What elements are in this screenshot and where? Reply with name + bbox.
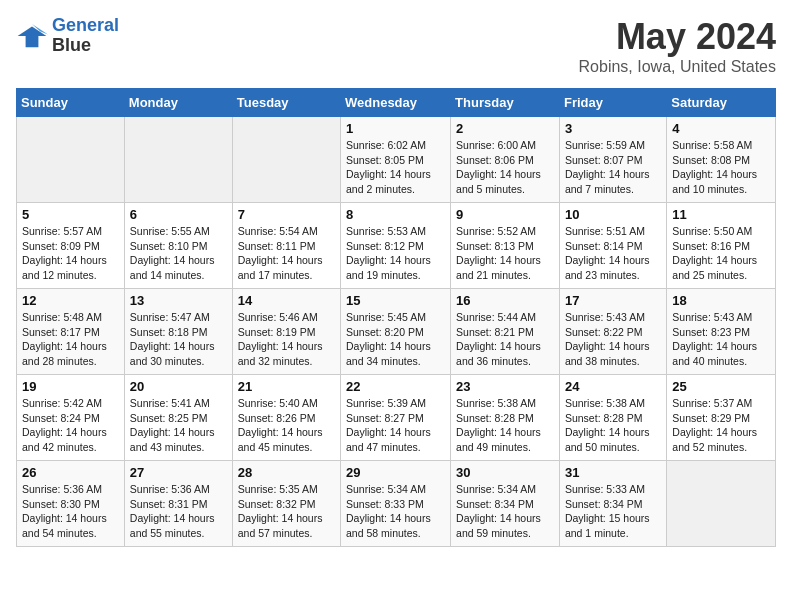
calendar-week-row: 1Sunrise: 6:02 AMSunset: 8:05 PMDaylight… (17, 117, 776, 203)
day-number: 7 (238, 207, 335, 222)
calendar-cell: 19Sunrise: 5:42 AMSunset: 8:24 PMDayligh… (17, 375, 125, 461)
calendar-cell: 29Sunrise: 5:34 AMSunset: 8:33 PMDayligh… (341, 461, 451, 547)
day-number: 9 (456, 207, 554, 222)
title-block: May 2024 Robins, Iowa, United States (579, 16, 776, 76)
logo-text: General Blue (52, 16, 119, 56)
day-info: Sunrise: 5:40 AMSunset: 8:26 PMDaylight:… (238, 396, 335, 455)
calendar-cell: 4Sunrise: 5:58 AMSunset: 8:08 PMDaylight… (667, 117, 776, 203)
calendar-cell: 2Sunrise: 6:00 AMSunset: 8:06 PMDaylight… (451, 117, 560, 203)
weekday-header: Saturday (667, 89, 776, 117)
weekday-header: Friday (559, 89, 666, 117)
calendar-cell: 21Sunrise: 5:40 AMSunset: 8:26 PMDayligh… (232, 375, 340, 461)
calendar-cell: 3Sunrise: 5:59 AMSunset: 8:07 PMDaylight… (559, 117, 666, 203)
calendar-week-row: 5Sunrise: 5:57 AMSunset: 8:09 PMDaylight… (17, 203, 776, 289)
header-row: SundayMondayTuesdayWednesdayThursdayFrid… (17, 89, 776, 117)
day-number: 11 (672, 207, 770, 222)
day-info: Sunrise: 5:54 AMSunset: 8:11 PMDaylight:… (238, 224, 335, 283)
calendar-cell: 18Sunrise: 5:43 AMSunset: 8:23 PMDayligh… (667, 289, 776, 375)
weekday-header: Wednesday (341, 89, 451, 117)
day-info: Sunrise: 5:42 AMSunset: 8:24 PMDaylight:… (22, 396, 119, 455)
svg-marker-0 (18, 26, 47, 47)
calendar-cell: 14Sunrise: 5:46 AMSunset: 8:19 PMDayligh… (232, 289, 340, 375)
day-number: 15 (346, 293, 445, 308)
day-number: 23 (456, 379, 554, 394)
weekday-header: Tuesday (232, 89, 340, 117)
month-title: May 2024 (579, 16, 776, 58)
day-info: Sunrise: 5:45 AMSunset: 8:20 PMDaylight:… (346, 310, 445, 369)
calendar-cell: 6Sunrise: 5:55 AMSunset: 8:10 PMDaylight… (124, 203, 232, 289)
day-info: Sunrise: 5:37 AMSunset: 8:29 PMDaylight:… (672, 396, 770, 455)
day-info: Sunrise: 5:39 AMSunset: 8:27 PMDaylight:… (346, 396, 445, 455)
day-info: Sunrise: 5:48 AMSunset: 8:17 PMDaylight:… (22, 310, 119, 369)
day-info: Sunrise: 5:36 AMSunset: 8:31 PMDaylight:… (130, 482, 227, 541)
day-info: Sunrise: 6:02 AMSunset: 8:05 PMDaylight:… (346, 138, 445, 197)
day-info: Sunrise: 6:00 AMSunset: 8:06 PMDaylight:… (456, 138, 554, 197)
calendar-cell: 8Sunrise: 5:53 AMSunset: 8:12 PMDaylight… (341, 203, 451, 289)
calendar-cell: 27Sunrise: 5:36 AMSunset: 8:31 PMDayligh… (124, 461, 232, 547)
day-number: 18 (672, 293, 770, 308)
weekday-header: Thursday (451, 89, 560, 117)
day-number: 24 (565, 379, 661, 394)
calendar-cell: 1Sunrise: 6:02 AMSunset: 8:05 PMDaylight… (341, 117, 451, 203)
day-number: 3 (565, 121, 661, 136)
day-info: Sunrise: 5:43 AMSunset: 8:23 PMDaylight:… (672, 310, 770, 369)
day-info: Sunrise: 5:36 AMSunset: 8:30 PMDaylight:… (22, 482, 119, 541)
day-info: Sunrise: 5:46 AMSunset: 8:19 PMDaylight:… (238, 310, 335, 369)
day-number: 26 (22, 465, 119, 480)
calendar-cell: 25Sunrise: 5:37 AMSunset: 8:29 PMDayligh… (667, 375, 776, 461)
calendar-cell: 23Sunrise: 5:38 AMSunset: 8:28 PMDayligh… (451, 375, 560, 461)
day-info: Sunrise: 5:38 AMSunset: 8:28 PMDaylight:… (456, 396, 554, 455)
day-info: Sunrise: 5:41 AMSunset: 8:25 PMDaylight:… (130, 396, 227, 455)
calendar-cell: 16Sunrise: 5:44 AMSunset: 8:21 PMDayligh… (451, 289, 560, 375)
day-info: Sunrise: 5:44 AMSunset: 8:21 PMDaylight:… (456, 310, 554, 369)
day-info: Sunrise: 5:38 AMSunset: 8:28 PMDaylight:… (565, 396, 661, 455)
day-info: Sunrise: 5:55 AMSunset: 8:10 PMDaylight:… (130, 224, 227, 283)
day-info: Sunrise: 5:33 AMSunset: 8:34 PMDaylight:… (565, 482, 661, 541)
calendar-cell: 22Sunrise: 5:39 AMSunset: 8:27 PMDayligh… (341, 375, 451, 461)
day-number: 20 (130, 379, 227, 394)
day-info: Sunrise: 5:59 AMSunset: 8:07 PMDaylight:… (565, 138, 661, 197)
logo: General Blue (16, 16, 119, 56)
day-info: Sunrise: 5:34 AMSunset: 8:34 PMDaylight:… (456, 482, 554, 541)
calendar-cell: 12Sunrise: 5:48 AMSunset: 8:17 PMDayligh… (17, 289, 125, 375)
weekday-header: Sunday (17, 89, 125, 117)
day-number: 16 (456, 293, 554, 308)
day-number: 5 (22, 207, 119, 222)
calendar-cell (232, 117, 340, 203)
day-number: 22 (346, 379, 445, 394)
calendar-cell: 7Sunrise: 5:54 AMSunset: 8:11 PMDaylight… (232, 203, 340, 289)
calendar-cell (124, 117, 232, 203)
day-number: 17 (565, 293, 661, 308)
day-info: Sunrise: 5:43 AMSunset: 8:22 PMDaylight:… (565, 310, 661, 369)
day-number: 28 (238, 465, 335, 480)
calendar-week-row: 19Sunrise: 5:42 AMSunset: 8:24 PMDayligh… (17, 375, 776, 461)
calendar-week-row: 26Sunrise: 5:36 AMSunset: 8:30 PMDayligh… (17, 461, 776, 547)
day-number: 13 (130, 293, 227, 308)
calendar-cell: 24Sunrise: 5:38 AMSunset: 8:28 PMDayligh… (559, 375, 666, 461)
calendar-cell: 28Sunrise: 5:35 AMSunset: 8:32 PMDayligh… (232, 461, 340, 547)
day-info: Sunrise: 5:47 AMSunset: 8:18 PMDaylight:… (130, 310, 227, 369)
day-number: 21 (238, 379, 335, 394)
calendar-cell: 15Sunrise: 5:45 AMSunset: 8:20 PMDayligh… (341, 289, 451, 375)
calendar-table: SundayMondayTuesdayWednesdayThursdayFrid… (16, 88, 776, 547)
day-number: 30 (456, 465, 554, 480)
calendar-cell: 30Sunrise: 5:34 AMSunset: 8:34 PMDayligh… (451, 461, 560, 547)
day-number: 6 (130, 207, 227, 222)
calendar-cell: 10Sunrise: 5:51 AMSunset: 8:14 PMDayligh… (559, 203, 666, 289)
day-number: 1 (346, 121, 445, 136)
day-number: 19 (22, 379, 119, 394)
calendar-cell: 5Sunrise: 5:57 AMSunset: 8:09 PMDaylight… (17, 203, 125, 289)
day-number: 12 (22, 293, 119, 308)
day-number: 31 (565, 465, 661, 480)
location: Robins, Iowa, United States (579, 58, 776, 76)
calendar-cell: 31Sunrise: 5:33 AMSunset: 8:34 PMDayligh… (559, 461, 666, 547)
day-info: Sunrise: 5:57 AMSunset: 8:09 PMDaylight:… (22, 224, 119, 283)
day-number: 25 (672, 379, 770, 394)
day-info: Sunrise: 5:50 AMSunset: 8:16 PMDaylight:… (672, 224, 770, 283)
page-header: General Blue May 2024 Robins, Iowa, Unit… (16, 16, 776, 76)
calendar-cell: 13Sunrise: 5:47 AMSunset: 8:18 PMDayligh… (124, 289, 232, 375)
calendar-cell (667, 461, 776, 547)
logo-icon (16, 20, 48, 52)
day-number: 14 (238, 293, 335, 308)
day-info: Sunrise: 5:53 AMSunset: 8:12 PMDaylight:… (346, 224, 445, 283)
